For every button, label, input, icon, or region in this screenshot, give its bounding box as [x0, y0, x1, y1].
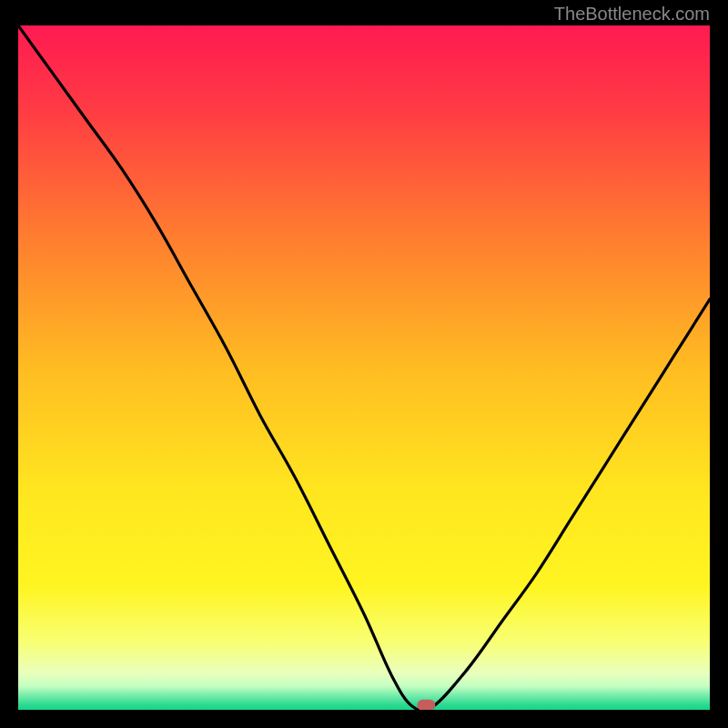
attribution-text: TheBottleneck.com [554, 4, 710, 25]
plot-area [18, 25, 710, 710]
bottleneck-curve [18, 25, 710, 710]
chart-container: TheBottleneck.com [0, 0, 728, 728]
optimal-marker-icon [417, 700, 435, 710]
